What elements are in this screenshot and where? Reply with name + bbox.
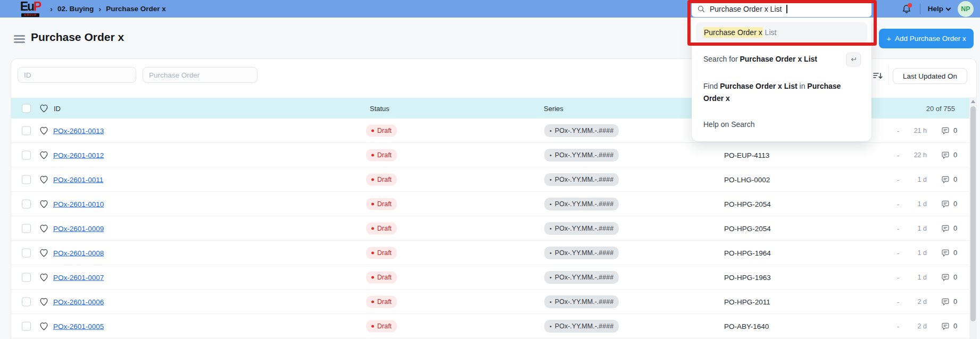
select-all-checkbox[interactable]: [22, 104, 31, 113]
row-checkbox[interactable]: [22, 199, 31, 208]
row-checkbox[interactable]: [22, 126, 31, 135]
search-query-text: Purchase Order x List: [710, 5, 782, 13]
favorite-heart-icon[interactable]: [39, 296, 49, 307]
last-modified: 1 d: [895, 249, 927, 257]
scroll-up-arrow-icon[interactable]: [971, 100, 975, 103]
table-row[interactable]: POx-2601-0008 Draft •POx-.YY.MM.-.#### P…: [11, 241, 976, 265]
favorite-heart-icon[interactable]: [39, 321, 49, 331]
series-dot: •: [550, 201, 552, 207]
comment-count[interactable]: 0: [941, 321, 957, 331]
purchase-order-ref: PO-HPG-1963: [724, 273, 771, 281]
table-row[interactable]: POx-2601-0005 Draft •POx-.YY.MM.-.#### P…: [11, 314, 976, 338]
notification-bell-icon[interactable]: [901, 3, 912, 15]
row-checkbox[interactable]: [22, 175, 31, 184]
table-row[interactable]: POx-2601-0007 Draft •POx-.YY.MM.-.#### P…: [11, 265, 976, 290]
status-dot: [371, 276, 374, 278]
purchase-order-ref: PO-HPG-2054: [724, 200, 771, 208]
favorite-heart-icon[interactable]: [39, 125, 49, 135]
chevron-down-icon: [946, 5, 951, 11]
favorite-heart-icon[interactable]: [39, 223, 49, 233]
table-row[interactable]: POx-2601-0012 Draft •POx-.YY.MM.-.#### P…: [11, 143, 976, 167]
series-badge: •POx-.YY.MM.-.####: [544, 222, 619, 235]
comment-count[interactable]: 0: [941, 126, 957, 135]
sort-direction-icon[interactable]: [872, 70, 884, 82]
divider: [888, 65, 889, 84]
enter-key-icon[interactable]: [846, 53, 861, 66]
comment-count[interactable]: 0: [941, 150, 957, 160]
breadcrumb: › 02. Buying › Purchase Order x: [50, 0, 166, 18]
row-id-link[interactable]: POx-2601-0013: [53, 126, 104, 134]
comment-count[interactable]: 0: [941, 297, 957, 307]
breadcrumb-item-buying[interactable]: 02. Buying: [57, 5, 94, 13]
comment-count[interactable]: 0: [941, 248, 957, 258]
add-purchase-order-button[interactable]: + Add Purchase Order x: [879, 29, 974, 48]
row-id-link[interactable]: POx-2601-0006: [53, 298, 104, 306]
comment-count[interactable]: 0: [941, 199, 957, 209]
table-row[interactable]: POx-2601-0011 Draft •POx-.YY.MM.-.#### P…: [11, 167, 976, 192]
sidebar-toggle-icon[interactable]: [14, 35, 25, 45]
table-row[interactable]: POx-2601-0009 Draft •POx-.YY.MM.-.#### P…: [11, 216, 976, 241]
last-modified: 1 d: [895, 225, 927, 232]
status-badge: Draft: [366, 198, 397, 210]
column-header-series[interactable]: Series: [544, 104, 563, 112]
divider: [920, 4, 920, 14]
favorite-heart-icon[interactable]: [39, 174, 49, 184]
status-badge: Draft: [366, 271, 397, 283]
row-count[interactable]: 20 of 755: [909, 104, 955, 112]
row-checkbox[interactable]: [22, 150, 31, 159]
last-modified: 1 d: [895, 274, 927, 281]
row-id-link[interactable]: POx-2601-0009: [53, 224, 104, 232]
search-icon: [697, 5, 705, 13]
last-modified: 2 d: [895, 298, 927, 306]
avatar[interactable]: NP: [958, 1, 974, 17]
logo-text: EuP: [20, 0, 41, 13]
column-header-status[interactable]: Status: [370, 104, 389, 112]
column-header-id[interactable]: ID: [54, 104, 61, 112]
comment-count[interactable]: 0: [941, 273, 957, 282]
status-badge: Draft: [366, 149, 397, 161]
row-id-link[interactable]: POx-2601-0008: [53, 249, 104, 257]
scrollbar[interactable]: [969, 97, 977, 339]
row-id-link[interactable]: POx-2601-0012: [53, 151, 104, 159]
row-checkbox[interactable]: [22, 273, 31, 282]
favorite-heart-icon[interactable]: [39, 248, 49, 258]
series-badge: •POx-.YY.MM.-.####: [544, 271, 619, 284]
row-id-link[interactable]: POx-2601-0007: [53, 273, 104, 281]
favorite-heart-icon[interactable]: [39, 272, 49, 282]
favorite-heart-icon[interactable]: [39, 199, 49, 209]
last-modified: 1 d: [895, 176, 927, 183]
row-checkbox[interactable]: [22, 248, 31, 257]
purchase-order-ref: PO-HPG-1964: [724, 249, 771, 257]
table-row[interactable]: POx-2601-0006 Draft •POx-.YY.MM.-.#### P…: [11, 290, 976, 314]
row-checkbox[interactable]: [22, 297, 31, 306]
suggestion-purchase-order-list[interactable]: Purchase Order x List: [696, 22, 867, 43]
row-checkbox[interactable]: [22, 224, 31, 233]
suggestion-search-for[interactable]: Search for Purchase Order x List: [703, 55, 817, 63]
breadcrumb-item-purchase-order[interactable]: Purchase Order x: [106, 5, 166, 13]
row-checkbox[interactable]: [22, 321, 31, 330]
row-id-link[interactable]: POx-2601-0005: [53, 322, 104, 330]
comment-count[interactable]: 0: [941, 224, 957, 233]
last-modified: 22 h: [895, 151, 927, 159]
help-menu[interactable]: Help: [928, 5, 950, 13]
heart-icon[interactable]: [39, 103, 49, 113]
favorite-heart-icon[interactable]: [39, 150, 49, 160]
row-id-link[interactable]: POx-2601-0011: [53, 175, 103, 183]
row-id-link[interactable]: POx-2601-0010: [53, 200, 104, 208]
plus-icon: +: [886, 34, 891, 43]
series-dot: •: [550, 128, 552, 134]
text-caret: [786, 5, 787, 13]
series-dot: •: [550, 250, 552, 256]
scrollbar-thumb[interactable]: [970, 106, 976, 321]
suggestion-help-on-search[interactable]: Help on Search: [703, 120, 755, 129]
sort-field-button[interactable]: Last Updated On: [893, 68, 967, 84]
comment-count[interactable]: 0: [941, 175, 957, 184]
filter-purchase-order-input[interactable]: [143, 67, 258, 83]
suggestion-find-in-doctype[interactable]: Find Purchase Order x List in Purchase O…: [703, 80, 863, 105]
table-row[interactable]: POx-2601-0010 Draft •POx-.YY.MM.-.#### P…: [11, 192, 976, 216]
purchase-order-ref: PO-ABY-1640: [724, 322, 769, 330]
series-dot: •: [550, 225, 552, 232]
global-search-input[interactable]: Purchase Order x List: [692, 1, 871, 17]
filter-id-input[interactable]: [18, 67, 136, 83]
company-logo[interactable]: EuP GROUP: [13, 1, 48, 17]
